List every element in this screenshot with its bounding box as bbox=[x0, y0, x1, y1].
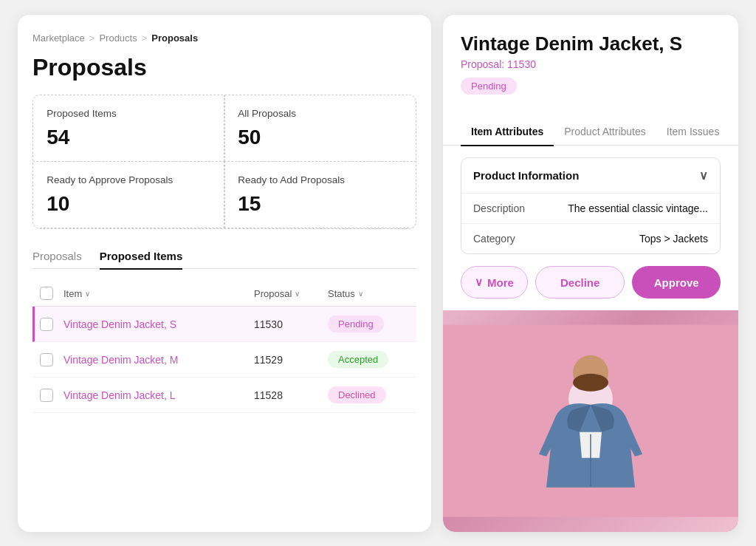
product-image-area bbox=[443, 310, 738, 532]
stat-proposed-items-value: 54 bbox=[47, 126, 211, 149]
chevron-down-icon: ∨ bbox=[475, 276, 483, 289]
row-proposal-2: 11528 bbox=[254, 389, 328, 401]
tab-proposed-items[interactable]: Proposed Items bbox=[100, 244, 183, 270]
breadcrumb-products[interactable]: Products bbox=[99, 33, 137, 44]
stat-ready-add-label: Ready to Add Proposals bbox=[238, 174, 402, 187]
section-row-category-label: Category bbox=[473, 233, 515, 245]
stats-grid: Proposed Items 54 All Proposals 50 Ready… bbox=[32, 95, 416, 229]
detail-proposal-id: Proposal: 11530 bbox=[461, 58, 721, 70]
stat-all-proposals: All Proposals 50 bbox=[224, 95, 416, 163]
detail-title: Vintage Denim Jacket, S bbox=[461, 33, 721, 55]
detail-status-badge: Pending bbox=[461, 78, 517, 95]
select-all-checkbox[interactable] bbox=[40, 287, 53, 300]
col-status[interactable]: Status ∨ bbox=[328, 288, 409, 299]
row-item-name-2[interactable]: Vintage Denim Jacket, L bbox=[63, 389, 254, 401]
row-item-name-1[interactable]: Vintage Denim Jacket, M bbox=[63, 354, 254, 366]
stat-ready-add: Ready to Add Proposals 15 bbox=[224, 161, 416, 229]
status-badge-2: Declined bbox=[328, 386, 386, 403]
status-badge-1: Accepted bbox=[328, 351, 388, 368]
chevron-down-icon: ∨ bbox=[295, 290, 300, 298]
table-wrap: Item ∨ Proposal ∨ Status ∨ Vintage Denim… bbox=[32, 281, 416, 513]
section-row-description: Description The essential classic vintag… bbox=[461, 193, 720, 223]
row-proposal-0: 11530 bbox=[254, 318, 328, 330]
approve-button[interactable]: Approve bbox=[632, 266, 721, 298]
product-info-section: Product Information ∨ Description The es… bbox=[461, 157, 721, 254]
left-panel: Marketplace > Products > Proposals Propo… bbox=[18, 15, 431, 532]
section-row-description-label: Description bbox=[473, 202, 525, 214]
detail-tab-product-attributes[interactable]: Product Attributes bbox=[554, 118, 656, 146]
more-button[interactable]: ∨ More bbox=[461, 266, 528, 298]
product-image-placeholder bbox=[443, 310, 738, 532]
action-buttons: ∨ More Decline Approve bbox=[443, 254, 738, 310]
col-proposal[interactable]: Proposal ∨ bbox=[254, 288, 328, 299]
row-checkbox-1[interactable] bbox=[40, 353, 53, 366]
stat-ready-approve-label: Ready to Approve Proposals bbox=[47, 174, 211, 187]
table-row[interactable]: Vintage Denim Jacket, M 11529 Accepted bbox=[32, 342, 416, 378]
right-panel: Vintage Denim Jacket, S Proposal: 11530 … bbox=[443, 15, 738, 532]
breadcrumb-current: Proposals bbox=[151, 33, 198, 44]
status-badge-0: Pending bbox=[328, 315, 384, 332]
breadcrumb: Marketplace > Products > Proposals bbox=[32, 33, 416, 44]
section-header[interactable]: Product Information ∨ bbox=[461, 158, 720, 193]
page-title: Proposals bbox=[32, 54, 416, 81]
svg-point-3 bbox=[573, 374, 608, 392]
detail-tab-item-attributes[interactable]: Item Attributes bbox=[461, 118, 554, 146]
stat-proposed-items: Proposed Items 54 bbox=[32, 95, 225, 163]
chevron-down-icon: ∨ bbox=[358, 290, 363, 298]
chevron-down-icon: ∨ bbox=[699, 168, 708, 182]
chevron-down-icon: ∨ bbox=[85, 290, 90, 298]
stat-proposed-items-label: Proposed Items bbox=[47, 107, 211, 120]
stat-all-proposals-label: All Proposals bbox=[238, 107, 402, 120]
table-row[interactable]: Vintage Denim Jacket, S 11530 Pending bbox=[32, 307, 416, 342]
row-checkbox-0[interactable] bbox=[40, 318, 53, 331]
tabs: Proposals Proposed Items bbox=[32, 244, 416, 270]
table-row[interactable]: Vintage Denim Jacket, L 11528 Declined bbox=[32, 378, 416, 413]
stat-ready-approve-value: 10 bbox=[47, 192, 211, 216]
col-item[interactable]: Item ∨ bbox=[63, 288, 254, 299]
section-title: Product Information bbox=[473, 169, 579, 182]
row-checkbox-2[interactable] bbox=[40, 389, 53, 402]
detail-tabs: Item Attributes Product Attributes Item … bbox=[443, 118, 738, 146]
stat-ready-add-value: 15 bbox=[238, 192, 402, 216]
table-header: Item ∨ Proposal ∨ Status ∨ bbox=[32, 281, 416, 307]
stat-all-proposals-value: 50 bbox=[238, 126, 402, 149]
breadcrumb-marketplace[interactable]: Marketplace bbox=[32, 33, 85, 44]
breadcrumb-sep-2: > bbox=[142, 33, 148, 44]
decline-button[interactable]: Decline bbox=[535, 266, 625, 298]
tab-proposals[interactable]: Proposals bbox=[32, 244, 82, 270]
row-item-name-0[interactable]: Vintage Denim Jacket, S bbox=[63, 318, 254, 330]
section-row-category: Category Tops > Jackets bbox=[461, 223, 720, 253]
stat-ready-approve: Ready to Approve Proposals 10 bbox=[32, 161, 225, 229]
row-proposal-1: 11529 bbox=[254, 354, 328, 366]
detail-tab-item-issues[interactable]: Item Issues bbox=[656, 118, 730, 146]
section-row-description-value: The essential classic vintage... bbox=[568, 202, 708, 214]
detail-top: Vintage Denim Jacket, S Proposal: 11530 … bbox=[443, 15, 738, 118]
breadcrumb-sep-1: > bbox=[89, 33, 95, 44]
section-row-category-value: Tops > Jackets bbox=[639, 233, 708, 245]
